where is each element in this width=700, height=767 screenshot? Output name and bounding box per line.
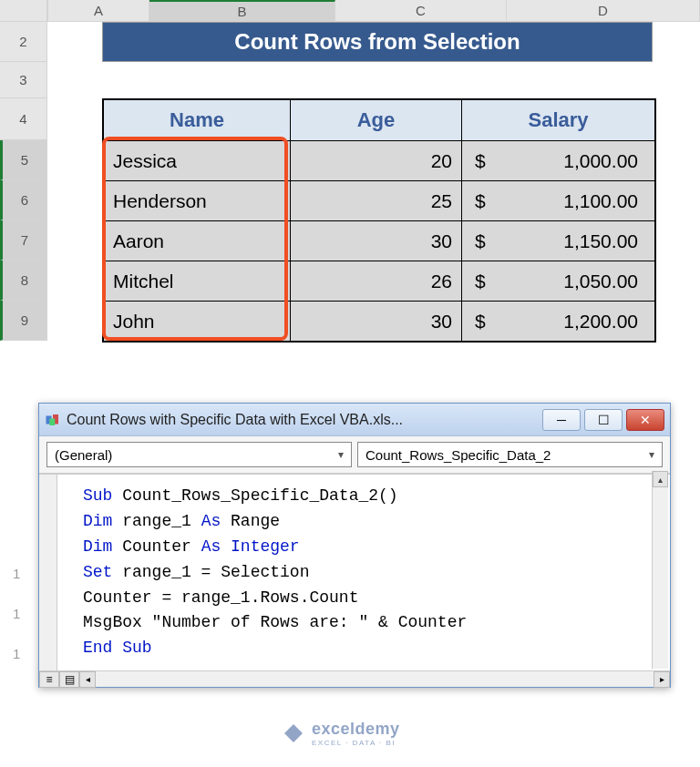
cell-salary[interactable]: $1,000.00 xyxy=(461,141,654,180)
column-headers: A B C D xyxy=(0,0,700,22)
svg-rect-2 xyxy=(49,418,55,425)
cell-A4[interactable] xyxy=(47,98,102,341)
cell-salary[interactable]: $1,150.00 xyxy=(461,221,654,261)
sheet-area: A B C D 2 3 4 5 6 7 8 9 Count Rows from … xyxy=(0,0,700,343)
watermark: exceldemy EXCEL · DATA · BI xyxy=(283,720,400,747)
minimize-button[interactable]: ─ xyxy=(542,409,581,431)
table-header-row: Name Age Salary xyxy=(104,100,654,140)
code-area: Sub Count_Rows_Specific_Data_2() Dim ran… xyxy=(39,474,670,670)
data-table: Name Age Salary Jessica 20 $1,000.00 Hen… xyxy=(102,98,656,343)
chevron-down-icon: ▾ xyxy=(649,448,654,461)
table-row: Jessica 20 $1,000.00 xyxy=(104,140,654,180)
cell-age[interactable]: 20 xyxy=(290,141,461,180)
row-header-7[interactable]: 7 xyxy=(0,220,47,261)
vba-titlebar[interactable]: Count Rows with Specific Data with Excel… xyxy=(39,404,670,436)
cell-name[interactable]: Jessica xyxy=(104,141,290,180)
cell-name[interactable]: Henderson xyxy=(104,181,290,220)
hidden-row-numbers: 1 1 1 xyxy=(13,554,20,674)
vba-dropdowns: (General) ▾ Count_Rows_Specific_Data_2 ▾ xyxy=(39,436,670,474)
cell-A2[interactable] xyxy=(47,22,102,62)
row-header-3[interactable]: 3 xyxy=(0,62,47,98)
row-header-8[interactable]: 8 xyxy=(0,261,47,301)
row-header-6[interactable]: 6 xyxy=(0,180,47,220)
cell-salary[interactable]: $1,050.00 xyxy=(461,261,654,301)
view-procedure-button[interactable]: ▤ xyxy=(59,671,79,688)
cell-age[interactable]: 25 xyxy=(290,181,461,220)
col-header-A[interactable]: A xyxy=(47,0,149,21)
object-dropdown[interactable]: (General) ▾ xyxy=(46,442,352,467)
title-cell[interactable]: Count Rows from Selection xyxy=(102,22,653,62)
vba-editor-window[interactable]: Count Rows with Specific Data with Excel… xyxy=(38,403,671,688)
cell-salary[interactable]: $1,200.00 xyxy=(461,302,654,341)
maximize-button[interactable]: ☐ xyxy=(584,409,623,431)
cell-A3[interactable] xyxy=(47,62,102,98)
cell-name[interactable]: Aaron xyxy=(104,221,290,261)
cell-age[interactable]: 30 xyxy=(290,302,461,341)
scroll-right-arrow[interactable]: ▸ xyxy=(654,671,670,688)
row-header-4[interactable]: 4 xyxy=(0,98,47,140)
table-row: Mitchel 26 $1,050.00 xyxy=(104,261,654,301)
cell-salary[interactable]: $1,100.00 xyxy=(461,181,654,220)
cell-name[interactable]: John xyxy=(104,302,290,341)
row-header-5[interactable]: 5 xyxy=(0,140,47,180)
cell-age[interactable]: 26 xyxy=(290,261,461,301)
table-row: John 30 $1,200.00 xyxy=(104,301,654,341)
svg-marker-3 xyxy=(284,724,303,742)
chevron-down-icon: ▾ xyxy=(338,448,344,461)
col-header-B[interactable]: B xyxy=(149,0,335,21)
cell-age[interactable]: 30 xyxy=(290,221,461,261)
row-header-2[interactable]: 2 xyxy=(0,22,47,62)
scroll-up-arrow[interactable]: ▴ xyxy=(653,471,668,487)
header-age[interactable]: Age xyxy=(290,100,461,140)
view-full-module-button[interactable]: ≡ xyxy=(39,671,59,688)
vba-app-icon xyxy=(45,412,61,428)
vertical-scrollbar[interactable]: ▴ xyxy=(652,471,668,669)
table-row: Henderson 25 $1,100.00 xyxy=(104,180,654,220)
horizontal-scrollbar[interactable]: ≡ ▤ ◂ ▸ xyxy=(39,670,670,687)
cell-name[interactable]: Mitchel xyxy=(104,261,290,301)
code-editor[interactable]: Sub Count_Rows_Specific_Data_2() Dim ran… xyxy=(57,475,670,670)
vba-window-title: Count Rows with Specific Data with Excel… xyxy=(67,412,542,428)
col-header-C[interactable]: C xyxy=(335,0,507,21)
scroll-left-arrow[interactable]: ◂ xyxy=(79,671,96,688)
header-salary[interactable]: Salary xyxy=(461,100,654,140)
code-gutter xyxy=(39,475,57,670)
row-headers: 2 3 4 5 6 7 8 9 xyxy=(0,22,47,343)
col-header-D[interactable]: D xyxy=(507,0,700,21)
header-name[interactable]: Name xyxy=(104,100,290,140)
procedure-dropdown[interactable]: Count_Rows_Specific_Data_2 ▾ xyxy=(357,442,663,467)
close-button[interactable]: ✕ xyxy=(626,409,664,431)
table-row: Aaron 30 $1,150.00 xyxy=(104,220,654,261)
cells-area[interactable]: Count Rows from Selection Name Age Salar… xyxy=(47,22,656,343)
select-all-corner[interactable] xyxy=(0,0,47,22)
row-header-9[interactable]: 9 xyxy=(0,301,47,341)
watermark-icon xyxy=(283,722,304,744)
